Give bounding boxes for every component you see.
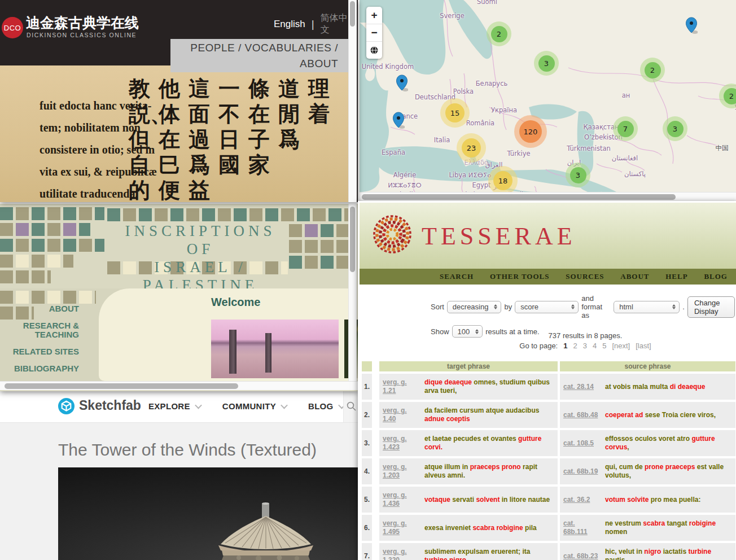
sketchfab-nav-community[interactable]: COMMUNITY	[222, 401, 287, 411]
result-number: 3.	[362, 430, 372, 456]
map-cluster[interactable]: 3	[566, 163, 590, 187]
model-viewer[interactable]	[58, 467, 358, 560]
page-link-4[interactable]: 4	[593, 342, 597, 350]
page-link-2[interactable]: 2	[573, 342, 577, 350]
map-cluster[interactable]: 2	[487, 21, 511, 46]
map-cluster[interactable]: 120	[514, 115, 547, 148]
source-phrase: coeperat ad sese Troia ciere viros,	[601, 411, 732, 419]
map-cluster[interactable]: 3	[663, 116, 687, 141]
target-ref-link[interactable]: verg. g. 1.203	[383, 463, 420, 480]
mosaic-tiles	[0, 255, 73, 268]
phrase-text: sublimem expulsam eruerent; ita	[424, 548, 530, 555]
iip-nav-related-sites[interactable]: RELATED SITES	[0, 347, 79, 356]
last-page-link[interactable]: [last]	[636, 342, 651, 350]
search-icon	[347, 401, 356, 411]
mosaic-tiles	[107, 208, 348, 221]
sketchfab-nav-explore[interactable]: EXPLORE	[148, 401, 201, 411]
iip-nav-research-teaching[interactable]: RESEARCH & TEACHING	[0, 321, 79, 339]
page-link-1[interactable]: 1	[563, 342, 567, 350]
map-cluster[interactable]: 7	[613, 116, 638, 141]
table-header-row: target phrase source phrase	[362, 361, 735, 371]
iip-nav-about[interactable]: ABOUT	[0, 304, 79, 313]
dco-vertical-scrollbar[interactable]	[348, 0, 357, 202]
phrase-text: exesa inveniet	[424, 524, 472, 532]
chinese-row: 的便益	[129, 180, 343, 201]
window-map: SuomiSverigeUnited KingdomБеларусьPolska…	[358, 0, 736, 201]
tesserae-nav-search[interactable]: SEARCH	[440, 272, 474, 281]
cluster-count: 2	[724, 88, 736, 104]
tesserae-nav-other-tools[interactable]: OTHER TOOLS	[490, 272, 550, 281]
window-dickinson-classics-online: DCO 迪金森古典学在线 DICKINSON CLASSICS ONLINE E…	[0, 0, 358, 202]
map-cluster[interactable]: 3	[534, 51, 559, 76]
search-button[interactable]	[343, 390, 358, 422]
zoom-out-button[interactable]: −	[366, 24, 382, 42]
phrase-text: effossos oculos voret atro	[605, 435, 691, 443]
map-cluster[interactable]: 23	[457, 133, 486, 163]
map-cluster[interactable]: 15	[440, 98, 470, 128]
tesserae-nav-about[interactable]: ABOUT	[620, 272, 649, 281]
target-ref-link[interactable]: verg. g. 1.320	[383, 548, 420, 560]
target-phrase: dique deaeque omnes, studium quibus arva…	[420, 378, 554, 395]
target-phrase: da facilem cursum atque audacibus adnue …	[420, 406, 554, 423]
source-ref-link[interactable]: cat. 68b.48	[563, 411, 601, 419]
map-horizontal-scrollbar[interactable]	[360, 192, 736, 201]
chinese-char: 面	[189, 103, 218, 125]
sort-order-select[interactable]: decreasing	[447, 301, 502, 313]
map-pin-marker[interactable]	[392, 112, 405, 129]
format-select[interactable]: html	[614, 301, 680, 313]
map-label: Libya ⵍⵉⴱⵢⴰ	[449, 171, 491, 179]
map-cluster[interactable]: 18	[488, 166, 518, 195]
iip-vertical-scrollbar[interactable]	[348, 204, 357, 381]
tesserae-nav-sources[interactable]: SOURCES	[566, 272, 604, 281]
dco-logo-icon[interactable]: DCO	[2, 17, 23, 38]
result-row: 1.verg. g. 1.21dique deaeque omnes, stud…	[362, 374, 735, 400]
zoom-in-button[interactable]: +	[366, 7, 382, 24]
source-ref-link[interactable]: cat. 68b.23	[563, 552, 601, 560]
photo-ancient-road	[211, 320, 339, 378]
source-ref-link[interactable]: cat. 68b.111	[563, 519, 601, 536]
source-ref-link[interactable]: cat. 28.14	[563, 383, 601, 391]
source-ref-link[interactable]: cat. 108.5	[563, 439, 601, 448]
result-row: 2.verg. g. 1.40da facilem cursum atque a…	[362, 402, 735, 428]
tesserae-nav-blog[interactable]: BLOG	[704, 272, 728, 281]
select-arrows-icon	[672, 304, 676, 309]
sketchfab-brand[interactable]: Sketchfab	[79, 398, 141, 413]
change-display-button[interactable]: Change Display	[687, 296, 735, 318]
target-cell: verg. g. 1.21dique deaeque omnes, studiu…	[379, 374, 558, 400]
target-ref-link[interactable]: verg. g. 1.436	[383, 491, 420, 508]
phrase-text: at vobis mala multa	[605, 383, 670, 391]
target-ref-link[interactable]: verg. g. 1.21	[383, 378, 420, 395]
iip-horizontal-scrollbar[interactable]	[0, 381, 358, 390]
chinese-char: 道	[278, 78, 308, 99]
results-info: 737 results in 8 pages. Go to page:12345…	[433, 331, 736, 350]
phrase-text: qui, cum de	[605, 463, 645, 471]
source-ref-link[interactable]: cat. 68b.19	[563, 467, 601, 476]
target-ref-link[interactable]: verg. g. 1.40	[383, 406, 420, 423]
dco-nav-menu[interactable]: PEOPLE / VOCABULARIES / ABOUT	[170, 39, 348, 72]
tesserae-nav-help[interactable]: HELP	[665, 272, 687, 281]
chinese-char: 國	[218, 154, 248, 176]
map-pin-marker[interactable]	[396, 75, 408, 91]
chinese-char: 爲	[278, 129, 308, 150]
iip-nav-bibliography[interactable]: BIBLIOGRAPHY	[0, 364, 79, 373]
map-pin-marker[interactable]	[685, 17, 698, 34]
chinese-char: 這	[189, 78, 218, 99]
mosaic-tiles	[0, 291, 96, 304]
results-table: target phrase source phrase 1.verg. g. 1…	[362, 361, 735, 560]
chinese-row: 但在過日子爲	[129, 129, 343, 150]
next-page-link[interactable]: [next]	[612, 342, 630, 350]
header-target-phrase: target phrase	[379, 361, 558, 371]
sort-field-select[interactable]: score	[515, 301, 579, 313]
source-ref-link[interactable]: cat. 36.2	[563, 496, 601, 504]
globe-button[interactable]	[366, 42, 382, 59]
lang-english-link[interactable]: English	[274, 19, 305, 30]
sketchfab-nav-blog[interactable]: BLOG	[308, 401, 344, 411]
sketchfab-logo-icon[interactable]	[58, 398, 75, 417]
page-link-3[interactable]: 3	[583, 342, 587, 350]
lang-chinese-link[interactable]: 简体中文	[321, 12, 348, 36]
page-link-5[interactable]: 5	[602, 342, 606, 350]
target-ref-link[interactable]: verg. g. 1.495	[383, 519, 420, 536]
target-ref-link[interactable]: verg. g. 1.423	[383, 435, 420, 452]
chinese-char: 但	[129, 129, 159, 150]
map-cluster[interactable]: 2	[640, 58, 665, 82]
